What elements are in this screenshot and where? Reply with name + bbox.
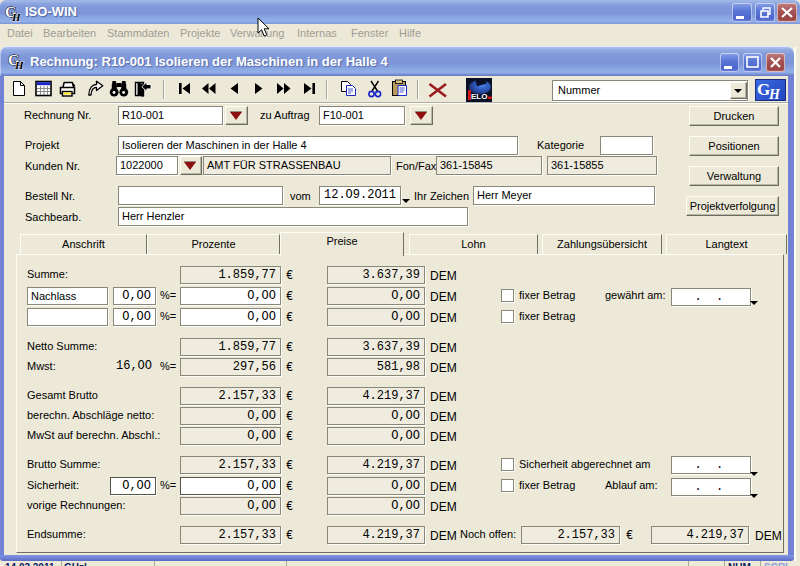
svg-text:H: H (768, 87, 781, 100)
svg-text:H: H (14, 59, 24, 71)
svg-text:H: H (11, 11, 21, 23)
